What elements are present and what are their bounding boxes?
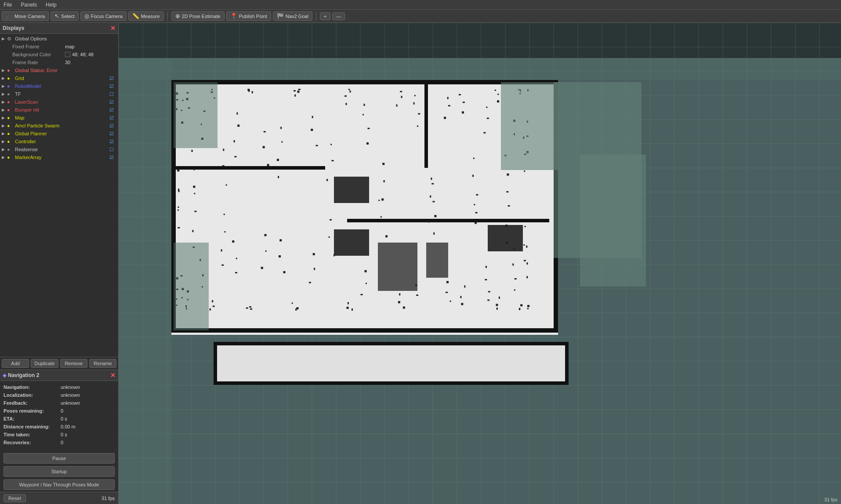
eta-row: ETA: 0 s [4,416,115,421]
publish-point-button[interactable]: 📍 Publish Point [226,11,271,21]
bg-color-value: 48; 48; 48 [65,52,94,57]
controller-icon: ● [7,139,14,144]
global-options-children: Fixed Frame map Background Color 48; 48;… [0,43,118,66]
robot-model-label: RobotModel [15,83,109,89]
tf-check[interactable]: ☐ [109,91,116,97]
distance-remaining-label: Distance remaining: [4,424,61,429]
add-tool-button[interactable]: + [320,12,330,20]
map-item[interactable]: ▶ ● Map ☑ [0,114,118,122]
displays-buttons: Add Duplicate Remove Rename [0,357,118,370]
poses-remaining-label: Poses remaining: [4,408,61,413]
global-status-icon: ● [7,68,14,73]
nav2-icon: ◆ [3,373,6,378]
time-taken-row: Time taken: 0 s [4,432,115,437]
poses-remaining-row: Poses remaining: 0 [4,408,115,413]
robot-model-item[interactable]: ▶ ● RobotModel ☑ [0,82,118,90]
fixed-frame-key: Fixed Frame [12,44,65,49]
global-planner-item[interactable]: ▶ ● Global Planner ☑ [0,130,118,138]
add-display-button[interactable]: Add [2,359,29,368]
marker-array-arrow: ▶ [2,155,7,160]
marker-array-icon: ● [7,155,14,160]
remove-tool-button[interactable]: — [332,12,345,20]
bg-color-key: Background Color [12,52,65,57]
global-planner-label: Global Planner [15,131,109,136]
frame-rate-value: 30 [65,60,70,65]
distance-remaining-row: Distance remaining: 0.00 m [4,424,115,429]
nav2-goal-label: Nav2 Goal [286,14,308,19]
move-camera-button[interactable]: 🎥 Move Camera [2,11,49,21]
duplicate-display-button[interactable]: Duplicate [31,359,58,368]
global-planner-check[interactable]: ☑ [109,131,116,137]
controller-arrow: ▶ [2,139,7,144]
tf-item[interactable]: ▶ ● TF ☐ [0,90,118,98]
color-swatch [65,52,70,57]
marker-array-item[interactable]: ▶ ● MarkerArray ☑ [0,153,118,161]
tf-label: TF [15,91,109,97]
laser-scan-label: LaserScan [15,99,109,105]
focus-label: Focus Camera [91,14,123,19]
2d-pose-estimate-button[interactable]: ⊕ 2D Pose Estimate [171,11,225,21]
global-planner-icon: ● [7,131,14,136]
nav2-goal-icon: 🏁 [277,13,284,19]
map-arrow: ▶ [2,116,7,120]
pause-button[interactable]: Pause [4,453,115,464]
rename-display-button[interactable]: Rename [89,359,116,368]
frame-rate-row: Frame Rate 30 [11,58,118,66]
grid-label: Grid [15,76,109,81]
main-area: Displays ✕ ▶ ⚙ Global Options Fixed Fram… [0,23,841,504]
realsense-item[interactable]: ▶ ● Realsense ☐ [0,145,118,153]
marker-array-check[interactable]: ☑ [109,155,116,160]
menu-file[interactable]: File [2,2,14,8]
map-check[interactable]: ☑ [109,115,116,121]
displays-close-button[interactable]: ✕ [110,25,116,32]
navigation2-close-button[interactable]: ✕ [110,372,116,379]
displays-tree[interactable]: ▶ ⚙ Global Options Fixed Frame map Backg… [0,34,118,357]
distance-remaining-value: 0.00 m [61,424,76,429]
focus-camera-button[interactable]: ◎ Focus Camera [80,11,127,21]
menu-help[interactable]: Help [44,2,58,8]
global-status-item[interactable]: ▶ ● Global Status: Error [0,66,118,74]
select-label: Select [61,14,75,19]
grid-check[interactable]: ☑ [109,76,116,81]
waypoint-mode-button[interactable]: Waypoint / Nav Through Poses Mode [4,479,115,490]
bumper-hit-item[interactable]: ▶ ● Bumper Hit ☑ [0,106,118,114]
laser-scan-check[interactable]: ☑ [109,99,116,105]
time-taken-label: Time taken: [4,432,61,437]
startup-button[interactable]: Startup [4,466,115,477]
time-taken-value: 0 s [61,432,67,437]
marker-array-label: MarkerArray [15,155,109,160]
measure-button[interactable]: 📏 Measure [128,11,164,21]
robot-model-arrow: ▶ [2,84,7,88]
global-options-item[interactable]: ▶ ⚙ Global Options [0,35,118,43]
laser-scan-icon: ● [7,99,14,105]
bumper-hit-check[interactable]: ☑ [109,107,116,113]
realsense-check[interactable]: ☐ [109,147,116,152]
controller-check[interactable]: ☑ [109,139,116,145]
select-icon: ↖ [54,13,59,19]
amcl-particle-swarm-item[interactable]: ▶ ● Amcl Particle Swarm ☑ [0,122,118,130]
reset-bar: Reset 31 fps [0,492,118,504]
add-icon: + [324,14,326,19]
global-options-label: Global Options [15,36,116,41]
bumper-hit-arrow: ▶ [2,108,7,112]
controller-item[interactable]: ▶ ● Controller ☑ [0,138,118,145]
select-button[interactable]: ↖ Select [51,11,79,21]
navigation2-header: ◆ Navigation 2 ✕ [0,370,118,381]
laser-scan-item[interactable]: ▶ ● LaserScan ☑ [0,98,118,106]
3d-viewport[interactable]: 31 fps [119,23,841,504]
measure-icon: 📏 [132,13,139,19]
reset-button[interactable]: Reset [4,494,26,502]
amcl-check[interactable]: ☑ [109,123,116,129]
remove-display-button[interactable]: Remove [60,359,87,368]
amcl-label: Amcl Particle Swarm [15,123,109,128]
toolbar: 🎥 Move Camera ↖ Select ◎ Focus Camera 📏 … [0,10,841,23]
navigation-value: unknown [61,384,80,390]
grid-item[interactable]: ▶ ● Grid ☑ [0,74,118,82]
menu-panels[interactable]: Panels [19,2,39,8]
realsense-label: Realsense [15,147,109,152]
localization-row: Localization: unknown [4,392,115,398]
toolbar-separator-2 [316,12,316,21]
map-icon: ● [7,115,14,120]
robot-model-check[interactable]: ☑ [109,83,116,89]
nav2-goal-button[interactable]: 🏁 Nav2 Goal [273,11,312,21]
